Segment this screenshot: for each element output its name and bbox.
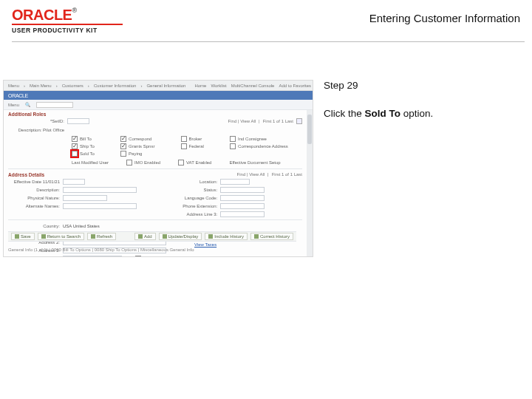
addr-desc-label: Description: [8,188,60,192]
pager-range: First 1 of 1 Last [263,119,293,123]
role-billto[interactable]: Bill To [72,136,113,142]
footer-imo: IMO Enabled [134,160,160,165]
addr-pager-range: First 1 of 1 Last [272,172,302,177]
phys-label: Physical Nature: [8,196,60,200]
status-line: General Info (1 of 1) | 0060 Bill To Opt… [8,248,296,252]
pager-find[interactable]: Find | View All [228,119,256,123]
product-line: USER PRODUCTIVITY KIT [12,27,123,34]
checkbox-icon[interactable] [230,136,236,142]
a3-field[interactable] [220,211,265,217]
action-bar: Save Return to Search Refresh Add Update… [8,231,296,242]
instr-bold: Sold To [365,108,401,119]
tool-row: Menu 🔍 [4,100,313,110]
addr-desc-field[interactable] [63,187,137,193]
history-icon [208,234,213,239]
setid-field[interactable] [67,118,89,124]
desc-label: Description: Pilot Office [8,128,64,132]
city-field[interactable] [63,256,122,258]
role-corraddr[interactable]: Correspondence Address [230,143,307,149]
step-number: Step 29 [324,80,523,91]
alt-label: Alternate Names: [8,204,60,208]
role-correspond[interactable]: Correspond [120,136,174,142]
nav-menu[interactable]: Menu [8,83,19,88]
header-divider [12,41,525,42]
add-button[interactable]: Add [134,233,156,240]
vertical-scrollbar[interactable] [307,110,313,256]
role-checkbox-grid: Bill To Correspond Broker Ind Consignee … [4,134,307,158]
app-screenshot: Menu › Main Menu › Customers › Customer … [3,80,313,257]
lang-field[interactable] [220,195,265,201]
breadcrumb-bar: Menu › Main Menu › Customers › Customer … [4,81,313,91]
return-button[interactable]: Return to Search [38,233,84,240]
correct-button[interactable]: Correct History [250,233,293,240]
link-mcc[interactable]: MultiChannel Console [231,83,275,88]
phoneext-label: Phone Extension: [166,204,217,208]
role-broker[interactable]: Broker [181,136,223,142]
loc-field[interactable] [220,179,250,185]
role-federal[interactable]: Federal [181,143,223,149]
save-button[interactable]: Save [11,233,35,240]
checkbox-icon[interactable] [120,143,126,149]
checkbox-icon[interactable] [72,151,78,157]
role-shipto[interactable]: Ship To [72,143,113,149]
checkbox-icon[interactable] [181,143,187,149]
footer-docsetup: Effective Document Setup [229,160,280,165]
checkbox-icon[interactable] [120,151,126,157]
brand-rule [12,24,123,25]
view-taxes-link[interactable]: View Taxes [194,242,216,247]
search-input[interactable] [36,102,73,108]
brand-bar: ORACLE [4,91,313,100]
setid-label: *SetID: [8,119,64,123]
instr-pre: Click the [324,108,365,119]
brand-block: ORACLE® USER PRODUCTIVITY KIT [12,7,123,34]
phys-field[interactable] [63,195,107,201]
return-icon [41,234,46,239]
nav-main[interactable]: Main Menu [30,83,52,88]
checkbox-icon[interactable] [178,160,184,166]
checkbox-icon[interactable] [181,136,187,142]
refresh-button[interactable]: Refresh [87,233,116,240]
city-label: City: [8,256,60,258]
role-paying[interactable]: Paying [120,151,174,157]
country-label: Country: [8,224,60,228]
nav-general[interactable]: General Information [146,83,185,88]
scrollbar-thumb[interactable] [307,115,312,144]
section-roles-header: Additional Roles [4,110,307,117]
checkbox-icon[interactable] [72,143,78,149]
search-icon[interactable]: 🔍 [25,102,30,107]
step-instruction: Click the Sold To option. [324,107,523,120]
addr-pager-find[interactable]: Find | View All [237,172,265,177]
menu-chip[interactable]: Menu [8,103,19,107]
eff-field[interactable] [63,179,85,185]
save-icon [15,234,19,239]
link-fav[interactable]: Add to Favorites [279,83,311,88]
phoneext-field[interactable] [220,203,265,209]
link-home[interactable]: Home [194,83,206,88]
oracle-logo: ORACLE® [12,7,123,22]
link-worklist[interactable]: Worklist [211,83,226,88]
refresh-icon [91,234,95,239]
update-icon [163,234,167,239]
lang-label: Language Code: [166,196,217,200]
update-button[interactable]: Update/Display [159,233,202,240]
checkbox-icon[interactable] [230,143,236,149]
form-main: Additional Roles *SetID: Find | View All… [4,110,307,256]
checkbox-icon[interactable] [120,136,126,142]
lesson-title: Entering Customer Information [369,12,520,24]
checkbox-icon[interactable] [126,160,132,166]
checkbox-icon[interactable] [135,256,141,258]
status-label: Status: [166,188,217,192]
correct-icon [254,234,259,239]
nav-custinfo[interactable]: Customer Information [94,83,137,88]
role-indconsignee[interactable]: Ind Consignee [230,136,307,142]
role-grants[interactable]: Grants Spnsr [120,143,174,149]
alt-field[interactable] [63,203,137,209]
role-soldto[interactable]: Sold To [72,151,113,157]
add-icon [138,234,143,239]
checkbox-icon[interactable] [72,136,78,142]
status-field[interactable] [220,187,265,193]
nav-customers[interactable]: Customers [62,83,83,88]
mini-oracle-logo: ORACLE [8,93,28,98]
include-button[interactable]: Include History [205,233,248,240]
add-row-icon[interactable] [296,118,302,124]
